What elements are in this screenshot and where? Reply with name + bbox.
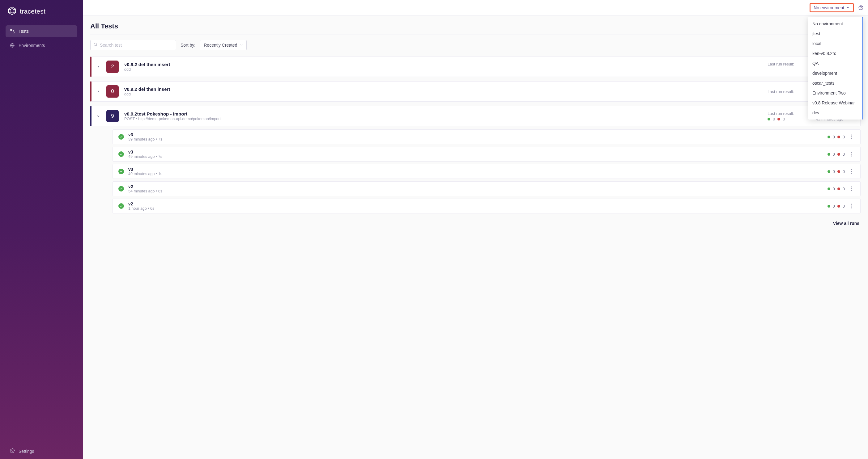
fail-count: 0 [843, 135, 845, 139]
env-option[interactable]: dev [808, 108, 862, 118]
pass-count: 0 [833, 187, 835, 191]
test-subtitle: POST • http://demo-pokemon-api.demo/poke… [124, 117, 762, 121]
pass-dot-icon [828, 188, 830, 190]
run-title: v2 [128, 201, 823, 206]
pass-count: 0 [833, 152, 835, 157]
more-button[interactable] [848, 169, 855, 174]
svg-point-19 [851, 204, 852, 205]
more-button[interactable] [848, 186, 855, 191]
more-button[interactable] [848, 134, 855, 139]
env-option[interactable]: v0.8 Release Webinar [808, 98, 862, 108]
run-row[interactable]: v3 39 minutes ago • 7s 0 0 [113, 129, 861, 144]
sidebar-item-tests[interactable]: Tests [6, 25, 77, 37]
test-title: v0.9.2 del then insert [124, 87, 762, 92]
svg-point-14 [851, 171, 852, 172]
env-option[interactable]: Environment Two [808, 88, 862, 98]
fail-dot-icon [837, 205, 840, 207]
flow-icon [10, 29, 15, 34]
pass-dot-icon [828, 170, 830, 173]
env-option[interactable]: development [808, 68, 862, 78]
settings-label: Settings [19, 449, 34, 454]
search-icon [93, 42, 98, 48]
collapse-toggle[interactable] [96, 114, 101, 118]
svg-point-13 [851, 169, 852, 170]
svg-point-7 [851, 135, 852, 136]
view-all-runs-link[interactable]: View all runs [90, 221, 859, 226]
env-option[interactable]: jtest [808, 29, 862, 39]
check-icon [118, 186, 124, 192]
fail-dot-icon [777, 118, 780, 121]
svg-point-10 [851, 152, 852, 153]
divider [90, 35, 861, 35]
svg-point-18 [851, 190, 852, 191]
search-input[interactable] [90, 40, 176, 51]
chevron-down-icon [240, 43, 243, 47]
page-title: All Tests [90, 22, 861, 30]
svg-point-8 [851, 136, 852, 137]
svg-point-16 [851, 187, 852, 188]
run-subtitle: 1 hour ago • 6s [128, 206, 823, 211]
more-button[interactable] [848, 203, 855, 208]
sort-select[interactable]: Recently Created [200, 40, 247, 51]
env-option[interactable]: QA [808, 58, 862, 68]
run-row[interactable]: v3 49 minutes ago • 7s 0 0 [113, 147, 861, 162]
lastrun-label: Last run result: [768, 62, 805, 66]
fail-dot-icon [837, 188, 840, 190]
test-row[interactable]: 2 v0.9.2 del then insert ddd Last run re… [90, 57, 861, 77]
fail-count: 0 [843, 152, 845, 157]
pass-count: 0 [833, 204, 835, 208]
run-count-badge: 0 [106, 85, 119, 98]
check-icon [118, 169, 124, 174]
fail-count: 0 [843, 169, 845, 174]
run-row[interactable]: v3 49 minutes ago • 1s 0 0 [113, 164, 861, 179]
environment-selector[interactable]: No environment [810, 3, 854, 12]
test-subtitle: ddd [124, 92, 762, 96]
globe-icon [10, 43, 15, 48]
brand-logo[interactable]: tracetest [0, 0, 83, 25]
run-row[interactable]: v2 1 hour ago • 6s 0 0 [113, 199, 861, 214]
lastrun-label: Last run result: [768, 89, 805, 94]
svg-point-9 [851, 138, 852, 139]
run-count-badge: 9 [106, 110, 119, 122]
environment-dropdown: No environment jtest local ken-v0.8.2rc … [808, 17, 863, 120]
svg-rect-0 [10, 29, 12, 31]
svg-point-5 [861, 9, 861, 9]
test-subtitle: ddd [124, 67, 762, 72]
env-option[interactable]: local [808, 39, 862, 48]
run-title: v3 [128, 132, 823, 137]
sidebar-item-label: Tests [19, 29, 29, 34]
run-row[interactable]: v2 54 minutes ago • 6s 0 0 [113, 181, 861, 196]
svg-point-6 [94, 43, 96, 45]
svg-point-20 [851, 206, 852, 207]
fail-dot-icon [837, 153, 840, 156]
fail-count: 0 [783, 117, 785, 121]
run-subtitle: 54 minutes ago • 6s [128, 189, 823, 193]
svg-point-15 [851, 173, 852, 174]
help-button[interactable] [857, 4, 865, 12]
svg-point-17 [851, 189, 852, 189]
sidebar-item-settings[interactable]: Settings [10, 448, 73, 454]
pass-dot-icon [828, 205, 830, 207]
svg-point-3 [12, 450, 13, 451]
test-title: v0.9.2test Pokeshop - Import [124, 111, 762, 117]
env-option[interactable]: No environment [808, 19, 862, 29]
test-row[interactable]: 9 v0.9.2test Pokeshop - Import POST • ht… [90, 106, 861, 126]
pass-dot-icon [768, 118, 770, 121]
fail-count: 0 [843, 187, 845, 191]
fail-count: 0 [843, 204, 845, 208]
sidebar-item-environments[interactable]: Environments [6, 39, 77, 51]
expand-toggle[interactable] [96, 65, 101, 69]
env-option[interactable]: ken-v0.8.2rc [808, 48, 862, 58]
topbar: No environment [83, 0, 868, 15]
expand-toggle[interactable] [96, 90, 101, 93]
more-button[interactable] [848, 152, 855, 157]
check-icon [118, 134, 124, 140]
pass-count: 0 [833, 169, 835, 174]
check-icon [118, 203, 124, 209]
fail-dot-icon [837, 170, 840, 173]
test-row[interactable]: 0 v0.9.2 del then insert ddd Last run re… [90, 81, 861, 102]
run-title: v3 [128, 150, 823, 155]
test-title: v0.9.2 del then insert [124, 62, 762, 67]
run-title: v3 [128, 167, 823, 172]
env-option[interactable]: oscar_tests [808, 78, 862, 88]
